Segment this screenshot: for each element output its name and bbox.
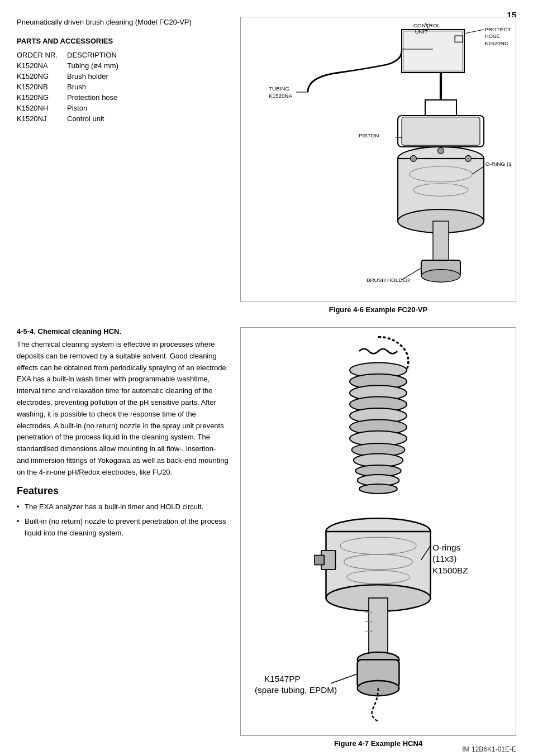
svg-point-33 — [465, 155, 471, 161]
svg-point-32 — [410, 155, 416, 161]
table-row: K1520NA Tubing (ø4 mm) — [17, 60, 229, 71]
svg-text:O-RING (11x 3): O-RING (11x 3) — [486, 161, 511, 167]
intro-text: Pneumatically driven brush cleaning (Mod… — [17, 17, 229, 28]
svg-point-34 — [437, 147, 444, 154]
svg-point-46 — [359, 484, 397, 494]
feature-item-1: The EXA analyzer has a built-in timer an… — [17, 501, 229, 513]
order-5: K1520NH — [17, 103, 67, 113]
svg-line-66 — [331, 674, 358, 683]
desc-1: Tubing (ø4 mm) — [67, 60, 229, 71]
svg-line-4 — [464, 30, 484, 34]
svg-rect-15 — [425, 100, 456, 116]
table-row: K1520NG Protection hose — [17, 92, 229, 103]
svg-text:(11x3): (11x3) — [432, 554, 456, 563]
bottom-right: O-rings (11x3) K1500BZ — [240, 327, 516, 748]
top-section: Pneumatically driven brush cleaning (Mod… — [17, 17, 516, 314]
svg-point-29 — [421, 270, 460, 282]
order-6: K1520NJ — [17, 113, 67, 124]
svg-text:BRUSH HOLDER: BRUSH HOLDER — [367, 277, 410, 283]
page-wrapper: 15 Pneumatically driven brush cleaning (… — [0, 0, 533, 756]
order-4: K1520NG — [17, 92, 67, 103]
svg-text:K1547PP: K1547PP — [264, 674, 301, 683]
svg-text:UNIT: UNIT — [415, 28, 428, 35]
parts-title: PARTS AND ACCESSORIES — [17, 37, 229, 45]
order-1: K1520NA — [17, 60, 67, 71]
parts-table: ORDER NR. DESCRIPTION K1520NA Tubing (ø4… — [17, 50, 229, 124]
desc-2: Brush holder — [67, 71, 229, 82]
svg-text:K1520NC: K1520NC — [484, 40, 508, 46]
bottom-section: 4-5-4. Chemical cleaning HCN. The chemic… — [17, 327, 516, 748]
desc-3: Brush — [67, 82, 229, 92]
parts-header-row: ORDER NR. DESCRIPTION — [17, 50, 229, 60]
svg-text:(spare tubing, EPDM): (spare tubing, EPDM) — [255, 685, 337, 695]
svg-rect-17 — [402, 117, 480, 145]
section454-text: The chemical cleaning system is effectiv… — [17, 339, 229, 479]
fc20vp-svg: PROTECTION HOSE K1520NC CONTROL UNIT TUB… — [245, 22, 511, 295]
right-column: PROTECTION HOSE K1520NC CONTROL UNIT TUB… — [240, 17, 516, 314]
table-row: K1520NB Brush — [17, 82, 229, 92]
svg-text:TUBING: TUBING — [269, 85, 289, 92]
table-row: K1520NH Piston — [17, 103, 229, 113]
svg-text:PISTON: PISTON — [359, 132, 379, 138]
feature-item-2: Built-in (no return) nozzle to prevent p… — [17, 516, 229, 539]
header-desc: DESCRIPTION — [67, 50, 229, 60]
svg-rect-54 — [315, 556, 324, 565]
features-heading: Features — [17, 485, 229, 497]
hcn4-svg: O-rings (11x3) K1500BZ — [245, 332, 511, 731]
left-column: Pneumatically driven brush cleaning (Mod… — [17, 17, 229, 314]
desc-5: Piston — [67, 103, 229, 113]
svg-text:K1520NA: K1520NA — [269, 93, 292, 99]
desc-6: Control unit — [67, 113, 229, 124]
features-list: The EXA analyzer has a built-in timer an… — [17, 501, 229, 539]
section454-heading: 4-5-4. Chemical cleaning HCN. — [17, 327, 229, 336]
svg-text:CONTROL: CONTROL — [413, 22, 440, 28]
svg-rect-1 — [403, 31, 463, 71]
order-2: K1520NG — [17, 71, 67, 82]
svg-text:PROTECTION: PROTECTION — [484, 26, 511, 32]
svg-rect-27 — [433, 221, 449, 260]
svg-text:K1500BZ: K1500BZ — [432, 566, 468, 575]
svg-rect-59 — [369, 598, 388, 655]
diagram-hcn4: O-rings (11x3) K1500BZ — [240, 327, 516, 736]
svg-text:HOSE: HOSE — [484, 33, 500, 39]
footer-text: IM 12B6K1-01E-E — [462, 745, 516, 753]
svg-text:O-rings: O-rings — [432, 543, 460, 552]
figure1-caption: Figure 4-6 Example FC20-VP — [240, 305, 516, 314]
diagram-fc20vp: PROTECTION HOSE K1520NC CONTROL UNIT TUB… — [240, 17, 516, 302]
desc-4: Protection hose — [67, 92, 229, 103]
order-3: K1520NB — [17, 82, 67, 92]
table-row: K1520NJ Control unit — [17, 113, 229, 124]
table-row: K1520NG Brush holder — [17, 71, 229, 82]
header-order: ORDER NR. — [17, 50, 67, 60]
bottom-left: 4-5-4. Chemical cleaning HCN. The chemic… — [17, 327, 229, 748]
